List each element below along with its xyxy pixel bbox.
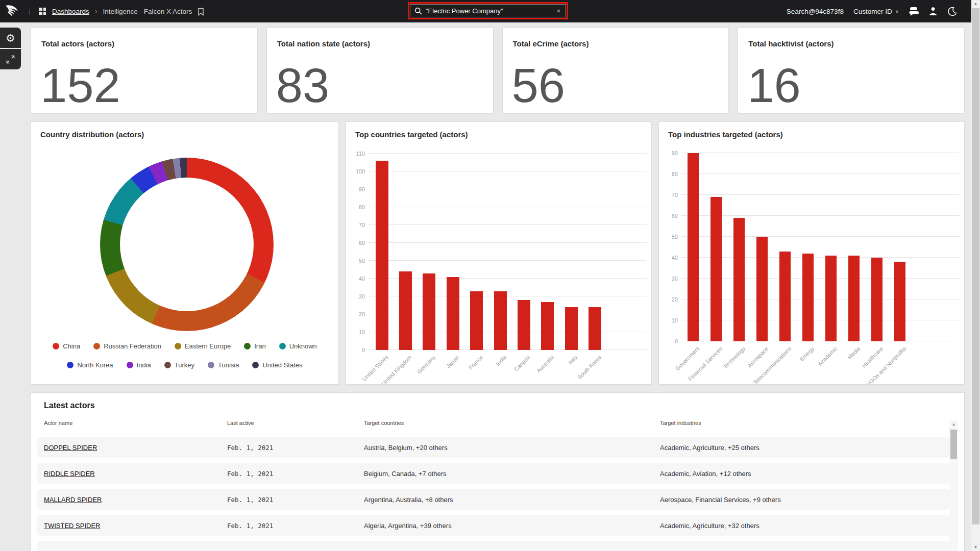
x-axis-tick-label: France [467, 354, 484, 371]
bar[interactable] [541, 302, 554, 350]
legend-item[interactable]: China [53, 342, 80, 350]
column-header[interactable]: Target countries [364, 420, 660, 426]
table-scrollbar[interactable]: ▲ [949, 420, 958, 551]
legend-item[interactable]: Tunisia [208, 361, 239, 369]
y-axis-tick-label: 30 [672, 276, 678, 282]
bookmark-icon[interactable] [198, 7, 204, 16]
x-axis-tick-label: India [495, 354, 507, 367]
last-active-cell: Feb. 1, 2021 [227, 470, 364, 478]
legend-item[interactable]: United States [252, 361, 302, 369]
actor-name-link[interactable]: TWISTED SPIDER [44, 522, 101, 530]
bar[interactable] [688, 153, 699, 341]
column-header[interactable]: Target industries [660, 420, 928, 426]
legend-item[interactable]: North Korea [67, 361, 113, 369]
actor-name-link[interactable]: DOPPEL SPIDER [44, 444, 97, 452]
dashboard-settings-button[interactable]: ⚙ [0, 28, 21, 48]
gridline [369, 260, 647, 261]
legend-item[interactable]: India [127, 361, 151, 369]
apps-grid-icon[interactable] [38, 7, 46, 15]
x-axis-tick-label: Italy [567, 354, 579, 366]
x-axis-tick-label: Healthcare [861, 345, 884, 369]
bar[interactable] [802, 254, 814, 341]
bar[interactable] [756, 237, 768, 341]
legend-item[interactable]: Russian Federation [93, 342, 161, 350]
legend-swatch-icon [164, 362, 171, 368]
notifications-icon[interactable] [909, 7, 919, 16]
scrollbar-down-arrow-icon[interactable]: ▼ [971, 543, 980, 551]
search-clear-icon[interactable]: × [555, 7, 561, 15]
legend-item[interactable]: Iran [244, 342, 265, 350]
bar[interactable] [376, 161, 388, 350]
bar[interactable] [423, 273, 435, 350]
bar[interactable] [399, 271, 412, 350]
bar[interactable] [565, 307, 578, 350]
table-scrollbar-up-arrow-icon[interactable]: ▲ [949, 420, 958, 429]
crowdstrike-falcon-logo-icon[interactable] [5, 5, 20, 18]
country-distribution-donut-chart[interactable] [100, 158, 274, 331]
legend-label: Turkey [175, 361, 194, 369]
x-axis-tick-label: Energy [798, 345, 815, 362]
top-countries-bar-chart[interactable]: 0102030405060708090100110United StatesUn… [369, 154, 647, 350]
breadcrumb-dashboards-link[interactable]: Dashboards [52, 8, 89, 15]
table-row[interactable]: DOPPEL SPIDERFeb. 1, 2021Austria, Belgiu… [37, 437, 949, 458]
table-scrollbar-thumb[interactable] [950, 430, 957, 459]
last-active-cell: Feb. 1, 2021 [227, 496, 364, 504]
gridline [681, 194, 960, 195]
page-scrollbar[interactable]: ▲ ▼ [971, 0, 980, 551]
scrollbar-up-arrow-icon[interactable]: ▲ [971, 0, 980, 8]
global-search-input[interactable]: "Electric Power Company" × [410, 4, 566, 17]
x-axis-labels: United StatesUnited KingdomGermanyJapanF… [369, 350, 647, 385]
bar[interactable] [825, 256, 837, 341]
overflow-dots-icon[interactable]: ⋮ [26, 9, 33, 14]
gridline [681, 257, 960, 258]
x-axis-tick-label: Australia [535, 354, 555, 374]
bar[interactable] [848, 256, 860, 341]
bar[interactable] [447, 277, 459, 350]
bar[interactable] [518, 300, 530, 350]
chevron-down-icon: ∨ [895, 9, 899, 14]
table-row[interactable]: RIDDLE SPIDERFeb. 1, 2021Belgium, Canada… [37, 463, 949, 484]
gridline [369, 189, 647, 189]
fullscreen-expand-button[interactable] [0, 49, 21, 69]
customer-id-dropdown[interactable]: Customer ID ∨ [853, 8, 899, 15]
table-row[interactable]: TWISTED SPIDERFeb. 1, 2021Algeria, Argen… [37, 515, 949, 536]
x-axis-tick-label: Aerospace [746, 345, 770, 369]
bar[interactable] [894, 262, 905, 341]
top-industries-bar-chart[interactable]: 0102030405060708090GovernmentFinancial S… [681, 153, 960, 341]
bar[interactable] [871, 258, 883, 341]
page-scrollbar-thumb[interactable] [972, 8, 979, 524]
legend-label: North Korea [77, 361, 113, 369]
actor-name-link[interactable]: RIDDLE SPIDER [44, 470, 95, 478]
bar[interactable] [494, 291, 507, 350]
search-query-text: "Electric Power Company" [426, 7, 552, 15]
bar[interactable] [733, 218, 745, 341]
stat-card-value: 152 [40, 61, 120, 111]
table-title: Latest actors [44, 401, 95, 410]
bar[interactable] [779, 252, 791, 341]
legend-item[interactable]: Turkey [164, 361, 194, 369]
legend-label: United States [262, 361, 302, 369]
top-navigation-bar: ⋮ Dashboards › Intelligence - Falcon X A… [0, 0, 971, 22]
legend-item[interactable]: Eastern Europe [175, 342, 231, 350]
stat-card-title: Total nation state (actors) [277, 39, 370, 48]
table-row[interactable]: MALLARD SPIDERFeb. 1, 2021Argentina, Aus… [37, 489, 949, 510]
stat-card-title: Total actors (actors) [41, 39, 114, 48]
top-industries-targeted-card: Top industries targeted (actors) 0102030… [658, 121, 965, 385]
column-header[interactable]: Last active [227, 420, 364, 426]
user-profile-icon[interactable] [928, 7, 938, 16]
bar[interactable] [589, 307, 601, 350]
legend-item[interactable]: Unknown [279, 342, 317, 350]
y-axis-tick-label: 10 [359, 329, 365, 335]
column-header[interactable]: Actor name [44, 420, 227, 426]
dark-mode-moon-icon[interactable] [947, 7, 957, 16]
x-axis-tick-label: Academic [817, 345, 839, 367]
legend-label: Tunisia [218, 361, 239, 369]
gridline [681, 153, 960, 153]
gridline [369, 171, 647, 171]
bar[interactable] [470, 291, 483, 350]
table-row-partial[interactable] [37, 541, 949, 551]
gridline [369, 242, 647, 243]
bar[interactable] [710, 197, 722, 341]
actor-name-link[interactable]: MALLARD SPIDER [44, 496, 102, 504]
target-countries-cell: Argentina, Australia, +8 others [364, 496, 660, 504]
